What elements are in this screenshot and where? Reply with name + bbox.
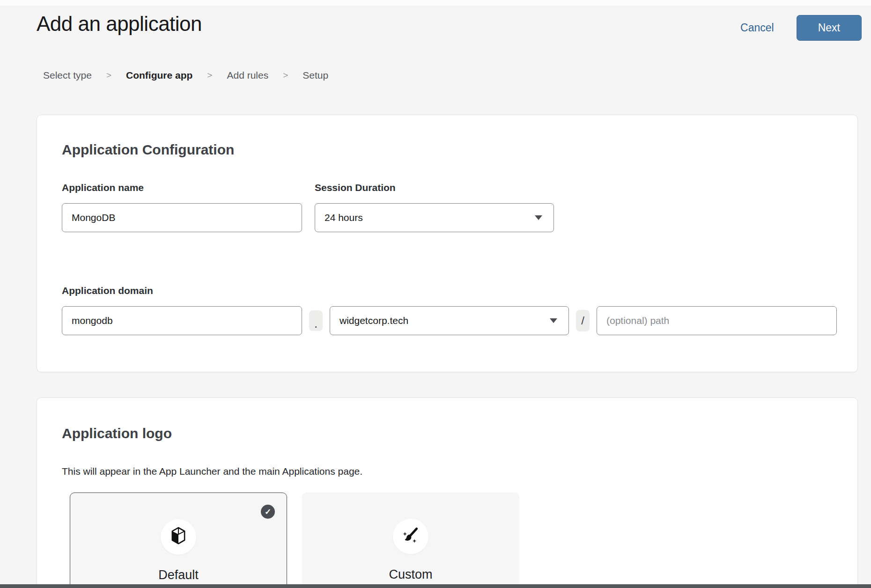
session-duration-label: Session Duration (315, 182, 554, 194)
breadcrumb-separator: > (283, 70, 288, 81)
breadcrumb-step-configure-app[interactable]: Configure app (126, 70, 192, 81)
page-header: Add an application Cancel Next (0, 6, 871, 41)
application-configuration-card: Application Configuration Application na… (37, 115, 858, 372)
path-input[interactable] (597, 306, 837, 335)
configuration-heading: Application Configuration (62, 141, 839, 158)
application-domain-group: Application domain . widgetcorp.tech / (62, 285, 839, 335)
name-duration-row: Application name Session Duration 24 hou… (62, 182, 839, 232)
header-actions: Cancel Next (740, 15, 862, 41)
domain-select[interactable]: widgetcorp.tech (330, 306, 569, 335)
horizontal-scrollbar[interactable] (0, 584, 871, 588)
subdomain-input[interactable] (62, 306, 302, 335)
logo-option-custom[interactable]: Custom (302, 492, 519, 588)
session-duration-value: 24 hours (325, 212, 363, 223)
session-duration-group: Session Duration 24 hours (315, 182, 554, 232)
application-logo-card: Application logo This will appear in the… (37, 397, 858, 588)
logo-option-default[interactable]: ✓ Default (70, 492, 287, 588)
application-name-label: Application name (62, 182, 302, 194)
application-logo-heading: Application logo (62, 425, 839, 442)
logo-option-default-label: Default (70, 568, 287, 582)
page-title: Add an application (37, 12, 202, 36)
breadcrumb-step-setup[interactable]: Setup (303, 70, 328, 81)
application-domain-label: Application domain (62, 285, 839, 297)
logo-options-row: ✓ Default (70, 492, 839, 588)
check-icon: ✓ (261, 505, 275, 519)
breadcrumb: Select type > Configure app > Add rules … (43, 70, 871, 81)
application-name-group: Application name (62, 182, 302, 232)
paintbrush-icon (401, 526, 421, 547)
breadcrumb-step-select-type[interactable]: Select type (43, 70, 92, 81)
breadcrumb-step-add-rules[interactable]: Add rules (227, 70, 268, 81)
logo-option-custom-label: Custom (302, 567, 519, 582)
chevron-down-icon (535, 215, 542, 220)
next-button[interactable]: Next (797, 15, 862, 41)
breadcrumb-separator: > (106, 70, 111, 81)
application-logo-description: This will appear in the App Launcher and… (62, 465, 839, 478)
slash-separator: / (576, 310, 590, 331)
default-logo-circle (161, 519, 196, 555)
chevron-down-icon (550, 318, 557, 323)
custom-logo-circle (393, 519, 428, 554)
breadcrumb-separator: > (207, 70, 212, 81)
session-duration-select[interactable]: 24 hours (315, 203, 554, 232)
application-name-input[interactable] (62, 203, 302, 232)
cancel-button[interactable]: Cancel (740, 22, 774, 34)
dot-separator: . (309, 310, 323, 331)
application-domain-row: . widgetcorp.tech / (62, 306, 839, 335)
cube-icon (169, 526, 188, 548)
domain-select-value: widgetcorp.tech (340, 315, 408, 326)
top-strip (0, 0, 871, 6)
